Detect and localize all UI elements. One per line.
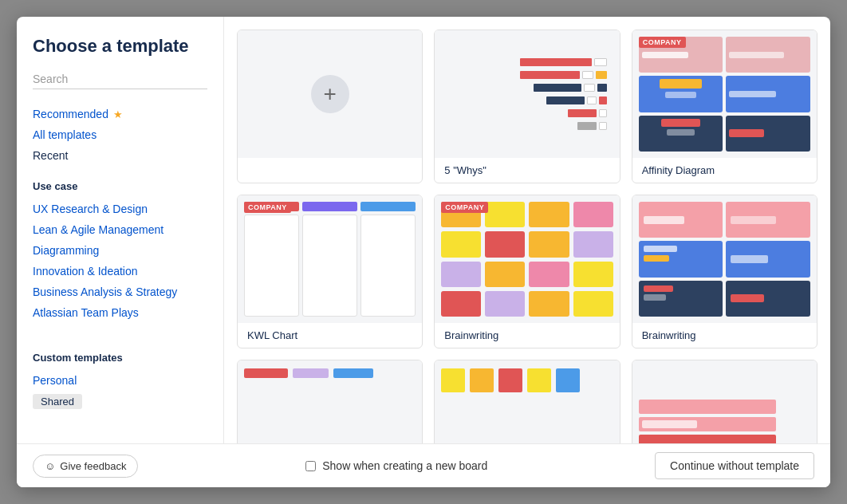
sticky-preview: [435, 360, 619, 443]
ux-research-link[interactable]: UX Research & Design: [33, 199, 207, 219]
sticky-card[interactable]: [434, 360, 620, 443]
all-templates-nav-item[interactable]: All templates: [33, 124, 207, 145]
search-input[interactable]: [33, 69, 207, 89]
give-feedback-button[interactable]: ☺ Give feedback: [33, 455, 138, 478]
row4-visual: [238, 360, 422, 443]
brainwriting1-name: Brainwriting: [435, 323, 619, 348]
template-chooser-modal: Choose a template Recommended ★ All temp…: [17, 17, 830, 487]
modal-footer: ☺ Give feedback Show when creating a new…: [17, 443, 830, 487]
modal-title: Choose a template: [33, 36, 207, 57]
recent-label: Recent: [33, 149, 68, 162]
brainwriting1-card[interactable]: COMPANY: [434, 195, 620, 348]
brainwriting1-visual: [435, 195, 619, 323]
use-case-section-label: Use case: [33, 180, 207, 192]
innovation-link[interactable]: Innovation & Ideation: [33, 261, 207, 282]
star-icon: ★: [113, 108, 123, 120]
show-on-new-board-label: Show when creating a new board: [322, 459, 487, 472]
business-analysis-link[interactable]: Business Analysis & Strategy: [33, 282, 207, 302]
modal-body: Choose a template Recommended ★ All temp…: [17, 17, 830, 443]
company-badge-affinity: COMPANY: [639, 37, 686, 48]
5whys-card[interactable]: COMPANY: [434, 30, 620, 183]
add-icon: +: [311, 75, 349, 113]
company-badge-brain1: COMPANY: [441, 202, 488, 213]
all-templates-label: All templates: [33, 128, 97, 141]
custom-templates-section: Custom templates Personal Shared: [33, 337, 207, 409]
feedback-icon: ☺: [45, 460, 55, 472]
add-template-preview: +: [238, 30, 422, 158]
brainwriting1-preview: COMPANY: [435, 195, 619, 323]
row4-preview: [238, 360, 422, 443]
lean-agile-link[interactable]: Lean & Agile Management: [33, 219, 207, 240]
affinity-preview: COMPANY: [632, 30, 817, 158]
5whys-name: 5 "Whys": [435, 158, 619, 183]
template-grid-area: + COMPANY: [224, 17, 830, 443]
shared-badge[interactable]: Shared: [33, 394, 82, 409]
brainwriting2-card[interactable]: Brainwriting: [632, 195, 817, 348]
diagramming-link[interactable]: Diagramming: [33, 240, 207, 261]
brainwriting2-preview: [632, 195, 817, 323]
brainwriting2-visual: [632, 195, 817, 323]
affinity-name: Affinity Diagram: [632, 158, 817, 183]
sticky-visual: [435, 360, 619, 443]
recent-nav-item[interactable]: Recent: [33, 145, 207, 166]
5whys-visual: [435, 30, 619, 158]
pinkbars-card[interactable]: [632, 360, 817, 443]
5whys-preview: COMPANY: [435, 30, 619, 158]
atlassian-team-link[interactable]: Atlassian Team Plays: [33, 302, 207, 323]
pinkbars-visual: [632, 360, 817, 443]
company-badge-kwl: COMPANY: [244, 202, 291, 213]
kwl-card[interactable]: COMPANY: [237, 195, 423, 348]
brainwriting2-name: Brainwriting: [632, 323, 817, 348]
add-template-card[interactable]: +: [237, 30, 423, 183]
row4-card[interactable]: [237, 360, 423, 443]
show-on-new-board-row: Show when creating a new board: [305, 459, 487, 472]
show-on-new-board-checkbox[interactable]: [305, 461, 316, 471]
personal-link[interactable]: Personal: [33, 370, 207, 391]
recommended-label: Recommended: [33, 108, 108, 120]
affinity-visual: [632, 30, 817, 158]
sidebar: Choose a template Recommended ★ All temp…: [17, 17, 224, 443]
kwl-name: KWL Chart: [238, 323, 422, 348]
continue-without-template-button[interactable]: Continue without template: [655, 452, 814, 479]
template-grid: + COMPANY: [237, 30, 817, 443]
feedback-label: Give feedback: [60, 460, 126, 472]
recommended-nav-item[interactable]: Recommended ★: [33, 104, 207, 124]
custom-templates-label: Custom templates: [33, 352, 207, 364]
kwl-preview: COMPANY: [238, 195, 422, 323]
pinkbars-preview: [632, 360, 817, 443]
kwl-visual: [238, 195, 422, 323]
affinity-card[interactable]: COMPANY: [632, 30, 817, 183]
